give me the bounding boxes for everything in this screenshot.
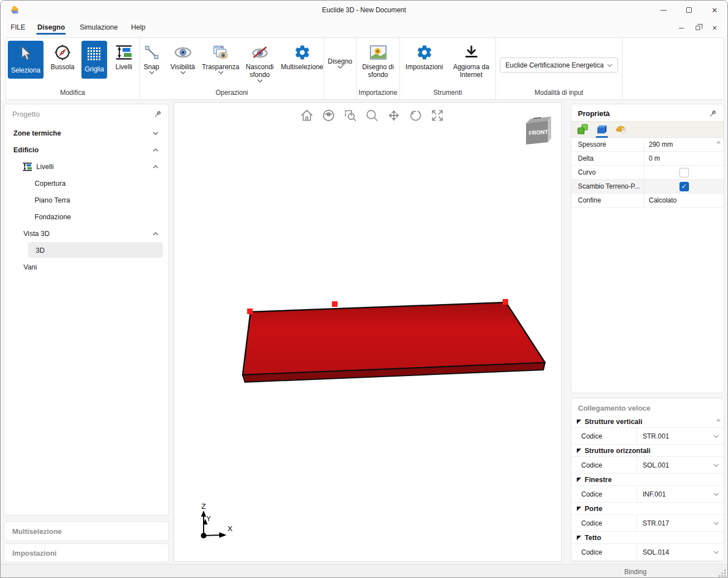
property-row-spessore[interactable]: Spessore 290 mm <box>571 138 724 152</box>
expander-triangle-icon[interactable] <box>577 536 581 540</box>
chevron-up-icon[interactable] <box>153 165 158 168</box>
curvo-checkbox[interactable] <box>679 168 689 177</box>
chevron-down-icon[interactable] <box>153 132 158 135</box>
property-row-curvo[interactable]: Curvo <box>571 166 724 180</box>
expander-triangle-icon[interactable] <box>577 478 581 482</box>
section-strutture-orizzontali[interactable]: Strutture orizzontali <box>571 445 724 457</box>
codice-row-tetto[interactable]: Codice SOL.014 <box>571 544 724 561</box>
livelli-button[interactable]: Livelli <box>110 41 137 73</box>
section-porte[interactable]: Porte <box>571 503 724 515</box>
menu-disegno-active-tab[interactable]: Disegno <box>37 23 65 31</box>
scene-canvas[interactable]: Z Y X <box>174 103 562 562</box>
blue-cube-icon[interactable] <box>596 123 608 136</box>
trasparenza-button[interactable]: Trasparenza <box>201 41 241 76</box>
dropdown-chevron-icon[interactable] <box>713 464 719 467</box>
menu-simulazione[interactable]: Simulazione <box>80 23 118 31</box>
codice-row-strutture-verticali[interactable]: Codice STR.001 <box>571 428 724 445</box>
disegno-di-sfondo-button[interactable]: Disegno di sfondo <box>358 41 398 81</box>
disegno-dropdown-chevron-icon[interactable] <box>338 65 343 69</box>
menu-file[interactable]: FILE <box>11 23 25 31</box>
dropdown-chevron-icon[interactable] <box>713 435 719 438</box>
menu-help[interactable]: Help <box>131 23 146 31</box>
hard-hat-icon[interactable] <box>615 123 627 136</box>
snap-line-icon <box>144 42 160 62</box>
disegno-button[interactable]: Disegno <box>325 55 355 70</box>
rotate-view-icon[interactable] <box>408 108 423 123</box>
aggiorna-da-internet-button[interactable]: Aggiorna da Internet <box>449 41 494 81</box>
nascondi-sfondo-button[interactable]: Nascondi sfondo <box>242 41 278 84</box>
green-cubes-icon[interactable] <box>577 123 589 136</box>
tree-item-3d-selected[interactable]: 3D <box>4 242 168 259</box>
section-tetto[interactable]: Tetto <box>571 532 724 544</box>
impostazioni-button[interactable]: Impostazioni <box>402 41 447 73</box>
document-close-button[interactable]: ✕ <box>706 20 723 36</box>
dropdown-chevron-icon[interactable] <box>713 522 719 525</box>
window-close-button[interactable]: ✕ <box>702 1 727 20</box>
chevron-up-icon[interactable] <box>153 232 158 235</box>
axis-gizmo: Z Y X <box>201 502 233 538</box>
project-tree: Zone termiche Edificio Livelli <box>4 125 168 276</box>
settings-gear-icon <box>416 42 433 62</box>
scroll-up-arrow-icon[interactable] <box>716 418 721 421</box>
zoom-window-icon[interactable] <box>343 108 358 123</box>
viewport-3d[interactable]: Z Y X <box>173 102 562 562</box>
document-restore-button[interactable] <box>690 20 706 36</box>
tree-item-vani[interactable]: Vani <box>4 259 168 276</box>
section-finestre[interactable]: Finestre <box>571 474 724 486</box>
trasparenza-dropdown-chevron-icon[interactable] <box>218 71 224 74</box>
window-title: Euclide 3D - New Document <box>1 6 727 14</box>
pin-icon[interactable] <box>708 109 717 118</box>
nascondi-dropdown-chevron-icon[interactable] <box>257 79 263 83</box>
pan-icon[interactable] <box>387 108 401 123</box>
expander-triangle-icon[interactable] <box>577 449 581 453</box>
tree-item-zone-termiche[interactable]: Zone termiche <box>4 125 168 142</box>
scambio-terreno-checkbox-checked[interactable]: ✓ <box>679 182 689 191</box>
zoom-icon[interactable] <box>365 108 379 123</box>
fit-view-icon[interactable] <box>430 108 445 123</box>
codice-row-porte[interactable]: Codice STR.017 <box>571 515 724 532</box>
document-minimize-button[interactable] <box>673 20 690 36</box>
multiselezione-button[interactable]: Multiselezione <box>279 41 326 73</box>
property-row-scambio-terreno[interactable]: Scambio Terreno-P... ✓ <box>571 180 724 194</box>
resize-grip[interactable] <box>724 575 726 577</box>
property-row-confine[interactable]: Confine Calcolato <box>571 194 724 208</box>
property-row-delta[interactable]: Delta 0 m <box>571 152 724 166</box>
input-mode-select[interactable]: Euclide Certificazione Energetica <box>500 57 618 73</box>
multiselezione-label: Multiselezione <box>281 63 323 71</box>
seleziona-button[interactable]: Seleziona <box>8 41 44 79</box>
tree-item-piano-terra[interactable]: Piano Terra <box>4 192 168 209</box>
tree-item-livelli[interactable]: Livelli <box>4 158 168 175</box>
dropdown-chevron-icon[interactable] <box>713 551 719 554</box>
view-cube[interactable]: FRONT <box>522 114 553 149</box>
home-view-icon[interactable] <box>300 108 314 123</box>
tree-item-edificio[interactable]: Edificio <box>4 142 168 158</box>
snap-dropdown-chevron-icon[interactable] <box>149 71 155 74</box>
chevron-up-icon[interactable] <box>153 148 158 152</box>
expander-triangle-icon[interactable] <box>577 507 581 511</box>
visibilita-button[interactable]: Visibilità <box>166 41 200 76</box>
codice-row-strutture-orizzontali[interactable]: Codice SOL.001 <box>571 457 724 474</box>
multiselezione-panel[interactable]: Multiselezione <box>4 521 169 541</box>
expander-triangle-icon[interactable] <box>577 420 581 424</box>
red-slab[interactable] <box>243 302 545 382</box>
pin-icon[interactable] <box>153 110 162 118</box>
visibilita-dropdown-chevron-icon[interactable] <box>180 71 186 74</box>
download-icon <box>464 42 479 62</box>
ribbon: Seleziona Bussola Griglia <box>5 37 724 100</box>
dropdown-chevron-icon[interactable] <box>713 493 719 496</box>
axis-z-label: Z <box>201 502 206 510</box>
window-minimize-button[interactable] <box>650 1 676 20</box>
background-image-icon <box>370 42 387 62</box>
orbit-eye-icon[interactable] <box>321 108 336 123</box>
bussola-button[interactable]: Bussola <box>47 41 78 73</box>
snap-button[interactable]: Snap <box>138 41 165 76</box>
section-strutture-verticali[interactable]: Strutture verticali <box>571 416 724 428</box>
griglia-button[interactable]: Griglia <box>81 41 107 79</box>
scroll-up-arrow-icon[interactable] <box>716 141 721 143</box>
codice-row-finestre[interactable]: Codice INF.001 <box>571 486 724 503</box>
tree-item-copertura[interactable]: Copertura <box>4 175 168 192</box>
tree-item-vista-3d[interactable]: Vista 3D <box>4 225 168 242</box>
impostazioni-panel[interactable]: Impostazioni <box>4 543 169 562</box>
window-maximize-button[interactable] <box>676 1 702 20</box>
tree-item-fondazione[interactable]: Fondazione <box>4 209 168 225</box>
